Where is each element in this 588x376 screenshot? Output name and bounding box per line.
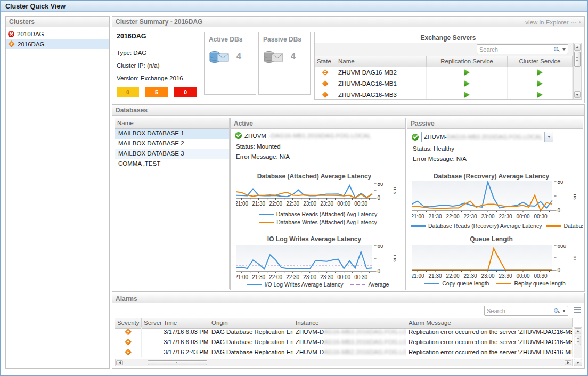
scroll-up-button[interactable] [575,328,581,334]
alarms-hscrollbar[interactable] [115,359,573,366]
legend-item: Database Reads (Recovery) Average Latenc… [411,223,542,229]
svg-text:21:30: 21:30 [252,274,265,280]
alarm-server [142,327,161,337]
svg-text:0: 0 [378,268,381,274]
server-row[interactable]: ZHUVM-DAG16-MB1 [315,78,573,89]
cluster-summary-title: Cluster Summary - 2016DAG [116,18,202,27]
alarm-row[interactable]: 3/17/16 6:03 PM DAG Database Replication… [115,337,573,347]
chart-title-recovery-latency: Database (Recovery) Average Latency [407,173,575,180]
svg-text:60: 60 [378,245,384,249]
alarms-search-input[interactable] [487,308,553,314]
scroll-thumb[interactable] [575,336,581,345]
service-running-icon [463,69,470,76]
exchange-servers-search-input[interactable] [479,46,553,53]
alarm-instance: ZHUVM-D [296,339,324,345]
database-row[interactable]: MAILBOX DATABASE 2 [115,139,229,149]
service-running-icon [536,80,543,87]
cluster-item-2016dag[interactable]: 2016DAG [6,39,109,49]
alarms-vscrollbar[interactable] [574,327,582,358]
svg-text:21:30: 21:30 [428,273,442,279]
service-running-icon [536,92,543,99]
dropdown-arrow-icon[interactable] [544,132,553,142]
exchange-servers-title: Exchange Servers [315,32,582,43]
server-row[interactable]: ZHUVM-DAG16-MB2 [315,67,573,78]
svg-text:23:30: 23:30 [499,214,512,219]
svg-text:00:30: 00:30 [534,214,547,219]
chart-title-io-log-writes: IO Log Writes Average Latency [231,235,398,243]
svg-text:00:00: 00:00 [337,201,350,207]
active-copy-card: Active ZHUVM -DAG16-MB1.2016DAG.FOG.LOCA… [230,118,406,290]
passive-error-message: Error Message: N/A [413,156,467,162]
warning-state-icon [8,40,15,47]
warning-count-badge[interactable]: 0 [117,87,139,97]
scroll-thumb[interactable] [574,52,581,67]
alarm-server [142,337,161,347]
alarm-row[interactable]: 3/17/16 6:03 PM DAG Database Replication… [115,327,573,337]
svg-text:00:00: 00:00 [337,274,350,280]
chart-attached-latency: 800ms21:0021:3022:0022:3023:0023:3000:00… [236,183,396,209]
database-row[interactable]: MAILBOX DATABASE 3 [115,149,229,159]
exchange-servers-vscrollbar[interactable] [573,43,582,99]
scroll-right-button[interactable] [565,360,571,365]
alarm-origin: DAG Database Replication Error [209,337,293,347]
legend-swatch [350,284,365,285]
healthy-check-icon [235,132,242,139]
exchange-servers-table-header: State Name Replication Service Cluster S… [315,56,573,67]
chart-title-queue-length: Queue Length [407,235,575,243]
database-row[interactable]: COMMA ,TEST [115,159,229,169]
svg-text:21:30: 21:30 [428,214,442,219]
search-icon[interactable] [553,46,560,53]
scroll-thumb[interactable] [148,360,207,365]
passive-dbs-label: Passive DBs [263,36,301,43]
view-in-explorer-link[interactable]: view in Explorer ··· [525,18,581,27]
passive-server-dropdown[interactable]: ZHUVM- DAG16-MB3.2016DAG.FOG.LOCAL [421,132,553,142]
legend-label: Database Reads (Attached) Avg Latency [276,211,378,217]
service-running-icon [463,92,470,99]
scroll-left-button[interactable] [116,360,123,365]
alarm-time: 3/17/16 6:03 PM [161,337,209,347]
server-row[interactable]: ZHUVM-DAG16-MB3 [315,89,573,99]
alarm-origin: DAG Database Replication Error [209,347,293,357]
exchange-servers-card: Exchange Servers State Name Replication … [314,32,582,100]
svg-text:23:00: 23:00 [303,274,316,280]
svg-text:80: 80 [558,181,564,185]
svg-text:22:30: 22:30 [463,214,477,219]
search-icon[interactable] [553,308,560,314]
database-row[interactable]: MAILBOX DATABASE 1 [115,129,229,139]
passive-status: Status: Healthy [413,145,454,152]
svg-text:600: 600 [558,245,567,249]
svg-text:22:00: 22:00 [446,214,459,219]
alarm-server [142,347,161,357]
scroll-up-button[interactable] [574,44,581,51]
search-options-arrow-icon[interactable] [562,310,566,312]
view-in-explorer-label: view in Explorer [525,19,568,26]
alarm-time: 3/17/16 2:43 PM [161,347,209,357]
legend-swatch [411,225,426,227]
svg-text:0: 0 [378,195,381,201]
error-count-badge[interactable]: 5 [145,87,168,97]
svg-text:ms: ms [393,187,396,194]
svg-text:22:00: 22:00 [269,201,282,207]
legend-item: Replay queue length [496,280,565,287]
chart-legend: Copy queue lengthReplay queue length [407,280,583,287]
scroll-down-button[interactable] [574,359,582,366]
fatal-count-badge[interactable]: 0 [174,87,197,97]
search-options-arrow-icon[interactable] [562,48,566,51]
legend-item: Average [350,281,389,288]
svg-text:22:30: 22:30 [463,273,477,279]
active-status: Status: Mounted [236,143,281,150]
cluster-item-2010dag[interactable]: 2010DAG [6,29,109,39]
svg-text:21:00: 21:00 [412,273,424,279]
svg-text:00:30: 00:30 [354,201,368,207]
legend-label: Database Reads (Recovery) Average Latenc… [428,223,542,229]
alarm-instance-redacted: AG16-MB2.2016DAG.FOG.LOCAL [324,349,406,355]
alarm-row[interactable]: 3/17/16 2:43 PM DAG Database Replication… [115,347,573,357]
warning-state-icon [322,92,329,98]
svg-text:0: 0 [558,267,561,273]
alarm-instance: ZHUVM-D [296,349,324,355]
chart-recovery-latency: 800ms21:0021:3022:0022:3023:0023:3000:00… [412,181,576,222]
active-card-title: Active [234,120,253,128]
scroll-down-button[interactable] [574,91,581,98]
active-dbs-label: Active DBs [209,36,242,43]
table-customizer-icon[interactable] [574,307,581,313]
